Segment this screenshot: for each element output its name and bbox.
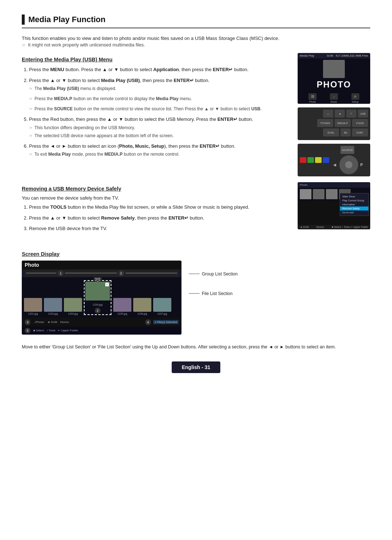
note-sym-4: ☞: [29, 106, 33, 112]
remote-btn-mediap: MEDIA.P: [335, 119, 351, 127]
remote-btn-psize: P.SIZE: [352, 119, 368, 127]
nav-center: [345, 161, 352, 168]
mock-setup-icon: ⚙ Setup: [351, 93, 359, 103]
mock-remote-top: — ◄ ✓ USB TTX/MIX MEDIA.P P.SIZE DUAL AD…: [298, 107, 370, 140]
sd-path: ../Photo/: [33, 320, 44, 324]
nav-row: ◄ P: [332, 155, 363, 174]
tools-thumb-2: [313, 189, 324, 199]
blue-btn: [323, 157, 329, 163]
remote-btn-ad: AD: [340, 128, 351, 136]
note-sym-3: ☞: [29, 96, 33, 102]
remote-btn-ttxmix: TTX/MIX: [317, 119, 333, 127]
sd-group-timeline: 1 2: [25, 270, 179, 277]
removing-intro: You can remove the device safely from th…: [22, 195, 290, 201]
remote-row-3: DUAL AD SUBT.: [300, 128, 368, 136]
mock-photo-featured: PHOTO: [317, 60, 351, 90]
entering-images: Media Play SUM 417.20MB,332.4MB Free PHO…: [298, 53, 370, 176]
num-2: 2: [118, 270, 124, 276]
remote-btn-left: ◄: [335, 110, 345, 118]
sd-sum-label: ◄ SUM: [47, 320, 57, 324]
tools-footer: ◄ SUM Device ■ Select ♪ Tools ↩ Upper Fo…: [298, 225, 370, 229]
removing-instructions: Removing a USB Memory Device Safely You …: [22, 182, 290, 236]
sd-thumb-1235: 1235.jpg: [113, 298, 131, 315]
removing-image: Photo Slide Show Play Current Group Info…: [298, 182, 370, 236]
entering-steps-list: Press the MENU button. Press the ▲ or ▼ …: [22, 66, 290, 158]
mock-tools-ui: Photo Slide Show Play Current Group Info…: [298, 182, 370, 229]
red-btn: [300, 157, 306, 163]
mock-drive-info: SUM 417.20MB,332.4MB Free: [327, 54, 368, 57]
intro-note-text: It might not work properly with unlicens…: [28, 42, 145, 48]
sd-thumb-1234-selected: 5/15 ✓ 1234.jpg 2: [84, 280, 111, 315]
nav-left-arrow: ◄: [332, 162, 337, 168]
mock-body: PHOTO 🖼 Photo ♪ Music ⚙ Setu: [298, 58, 370, 104]
green-btn: [307, 157, 314, 163]
annotation-file-label: File List Section: [202, 291, 233, 296]
sd-header: Photo: [22, 261, 181, 269]
removing-section: Removing a USB Memory Device Safely You …: [22, 182, 370, 236]
num-1: 1: [58, 270, 64, 276]
sd-timeline-bar: 1 2: [25, 270, 179, 277]
entering-section: Entering the Media Play (USB) Menu Press…: [22, 53, 370, 176]
title-accent: [22, 15, 25, 25]
tools-menu: Slide Show Play Current Group Informatio…: [340, 193, 369, 216]
menu-remove-safely: Remove Safely: [340, 206, 368, 210]
mock-title: Media Play: [300, 54, 314, 57]
english-badge: English - 31: [172, 361, 221, 373]
sd-thumb-1237: 1237.jpg: [153, 298, 171, 315]
tools-footer-sum: ◄ SUM: [300, 226, 309, 229]
screen-display-image: Photo 1 2: [22, 261, 181, 335]
note-sym-2: ☞: [29, 86, 33, 92]
sd-group-section: 1 2: [22, 269, 181, 277]
yellow-btn: [315, 157, 322, 163]
screen-display-wrapper: Photo 1 2: [22, 261, 370, 338]
note-text-2: The Media Play (USB) menu is displayed.: [34, 85, 116, 92]
sd-num-2: 2: [95, 308, 101, 314]
sd-nav-footer: 5 ■ Select ♪ Tools ↩ Upper Folder: [22, 327, 181, 335]
removing-steps-list: Press the TOOLS button in the Media Play…: [22, 204, 290, 232]
annotation-dash-2: [189, 293, 200, 294]
tools-thumb-3: [326, 189, 338, 199]
sd-thumb-1233: 1233.jpg: [64, 298, 82, 315]
sd-footer-left-group: 3 ../Photo/ ◄ SUM Device: [25, 319, 69, 325]
entering-header: Entering the Media Play (USB) Menu: [22, 57, 290, 62]
page-footer: English - 31: [22, 361, 370, 373]
menu-slide-show: Slide Show: [340, 195, 368, 199]
entering-step-1: Press the MENU button. Press the ▲ or ▼ …: [29, 66, 290, 73]
nav-source-group: SOURCE ◄ P: [332, 146, 363, 174]
removing-header: Removing a USB Memory Device Safely: [22, 186, 290, 192]
tools-footer-nav: ■ Select ♪ Tools ↩ Upper Folder: [332, 226, 368, 229]
mock-header: Media Play SUM 417.20MB,332.4MB Free: [298, 53, 370, 58]
remote-row-1: — ◄ ✓ USB: [300, 110, 368, 118]
entering-step-6: Press the ◄ or ► button to select an ico…: [29, 143, 290, 158]
source-button: SOURCE: [340, 146, 354, 154]
p-label: P: [360, 163, 363, 167]
bottom-text: Move to either 'Group List Section' or '…: [22, 343, 370, 351]
remote-btn-minus: —: [323, 110, 333, 118]
sd-footer-bar: 3 ../Photo/ ◄ SUM Device 4 1 File(s) Sel…: [22, 318, 181, 327]
intro-note: ☞ It might not work properly with unlice…: [22, 42, 370, 48]
sd-annotations: Group List Section File List Section: [189, 261, 238, 296]
entering-step-3-note: ☞ Press the MEDIA.P button on the remote…: [22, 95, 290, 102]
menu-information: Information: [340, 202, 368, 206]
mock-photo-icon: 🖼 Photo: [309, 93, 317, 103]
mock-photo-thumbnail: [323, 60, 345, 78]
sd-circle-4: 4: [145, 319, 151, 325]
removing-step-3: Remove the USB device from the TV.: [29, 225, 290, 232]
sd-thumbnail-row: 1231.jpg 1232.jpg 1233.jpg 5/15: [22, 277, 181, 318]
mock-media-play-ui: Media Play SUM 417.20MB,332.4MB Free PHO…: [298, 53, 370, 104]
remote-row-2: TTX/MIX MEDIA.P P.SIZE: [300, 119, 368, 127]
annotation-dash-1: [189, 274, 200, 274]
content-area: This function enables you to view and li…: [22, 36, 370, 351]
intro-text: This function enables you to view and li…: [22, 36, 370, 41]
annotation-file-list: File List Section: [189, 291, 238, 296]
entering-step-2: Press the ▲ or ▼ button to select Media …: [29, 77, 290, 92]
sd-selected-count: 1 File(s) Selected: [153, 320, 179, 324]
remote-btn-usb: USB: [358, 110, 368, 118]
sd-thumb-1232: 1232.jpg: [44, 298, 62, 315]
screen-display-header: Screen Display: [22, 251, 370, 257]
sd-footer-right-group: 4 1 File(s) Selected: [145, 319, 179, 325]
remote-btn-subt: SUBT.: [352, 128, 368, 136]
note-icon-1: ☞: [22, 43, 26, 48]
sd-circle-3: 3: [25, 319, 30, 325]
annotation-group-list: Group List Section: [189, 271, 238, 277]
